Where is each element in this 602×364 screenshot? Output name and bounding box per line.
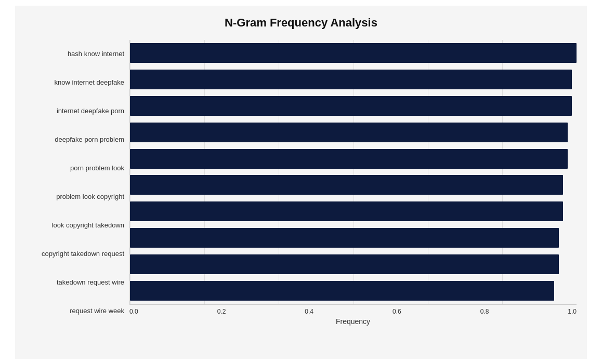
y-label: takedown request wire bbox=[57, 278, 124, 287]
bar bbox=[130, 201, 563, 221]
bar bbox=[130, 228, 559, 248]
x-axis-title: Frequency bbox=[129, 317, 577, 326]
bar-row bbox=[130, 252, 577, 276]
chart-area: hash know internetknow internet deepfake… bbox=[25, 40, 577, 326]
bar-row bbox=[130, 173, 577, 197]
y-label: porn problem look bbox=[70, 164, 124, 172]
x-tick-label: 0.2 bbox=[217, 308, 226, 315]
bar bbox=[130, 281, 554, 301]
bar bbox=[130, 96, 572, 116]
y-label: internet deepfake porn bbox=[57, 107, 124, 115]
y-label: problem look copyright bbox=[56, 193, 124, 201]
bar-row bbox=[130, 120, 577, 144]
y-label: hash know internet bbox=[68, 50, 124, 58]
y-label: copyright takedown request bbox=[42, 250, 124, 258]
x-tick-label: 1.0 bbox=[568, 308, 577, 315]
y-label: know internet deepfake bbox=[55, 78, 124, 87]
x-tick-label: 0.4 bbox=[305, 308, 313, 315]
bar-row bbox=[130, 279, 577, 303]
bar-row bbox=[130, 199, 577, 223]
x-tick-label: 0.8 bbox=[480, 308, 489, 315]
bar bbox=[130, 70, 572, 89]
bar bbox=[130, 175, 563, 195]
bar-row bbox=[130, 41, 577, 65]
bars-and-x: 0.00.20.40.60.81.0 Frequency bbox=[129, 40, 577, 326]
bar bbox=[130, 43, 577, 63]
chart-title: N-Gram Frequency Analysis bbox=[25, 16, 577, 30]
x-axis: 0.00.20.40.60.81.0 bbox=[129, 305, 577, 315]
bar-row bbox=[130, 94, 577, 118]
y-label: deepfake porn problem bbox=[55, 136, 124, 144]
y-label: look copyright takedown bbox=[52, 221, 124, 230]
y-axis: hash know internetknow internet deepfake… bbox=[25, 40, 129, 326]
bar-row bbox=[130, 147, 577, 171]
x-tick-label: 0.6 bbox=[392, 308, 401, 315]
bar bbox=[130, 123, 568, 142]
chart-container: N-Gram Frequency Analysis hash know inte… bbox=[15, 6, 587, 359]
x-tick-label: 0.0 bbox=[129, 308, 138, 315]
bar bbox=[130, 149, 568, 169]
bars-area bbox=[129, 40, 577, 305]
y-label: request wire week bbox=[70, 307, 124, 315]
bar-row bbox=[130, 68, 577, 91]
bar-row bbox=[130, 226, 577, 250]
bar bbox=[130, 254, 559, 274]
